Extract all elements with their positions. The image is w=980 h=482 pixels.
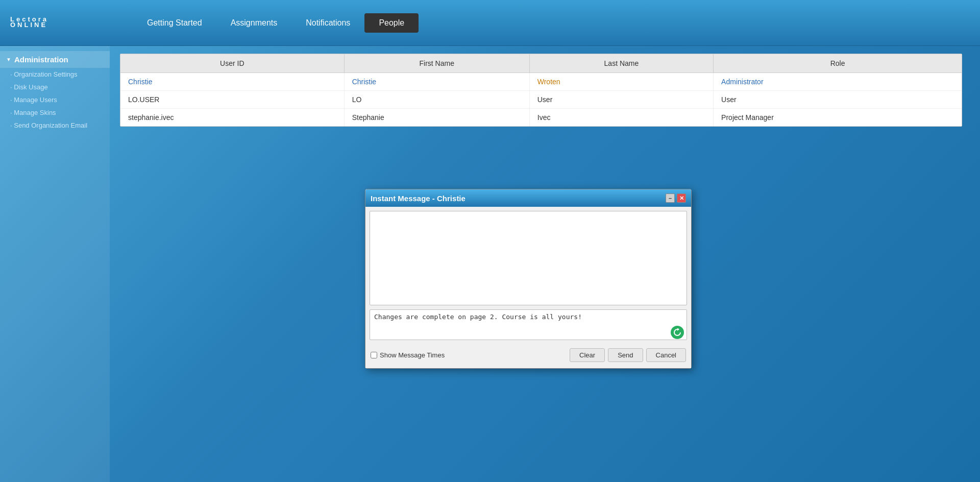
- nav-people[interactable]: People: [364, 13, 419, 33]
- sidebar-admin-header[interactable]: ▼ Administration: [0, 51, 110, 68]
- send-icon-button[interactable]: [671, 326, 684, 339]
- cancel-button[interactable]: Cancel: [646, 348, 686, 362]
- cell-last-name-0: Wroten: [529, 73, 713, 91]
- dialog-minimize-button[interactable]: –: [666, 194, 675, 203]
- col-header-first-name: First Name: [344, 54, 529, 73]
- message-input[interactable]: [370, 309, 687, 340]
- link-user-id-0[interactable]: Christie: [128, 78, 152, 86]
- col-header-role: Role: [714, 54, 962, 73]
- logo: Lectora ONLINE: [10, 17, 48, 29]
- show-times-label[interactable]: Show Message Times: [371, 351, 445, 359]
- instant-message-dialog: Instant Message - Christie – ✕: [365, 189, 692, 369]
- sidebar-arrow-icon: ▼: [6, 57, 11, 62]
- logo-area: Lectora ONLINE: [10, 17, 102, 29]
- link-last-name-0[interactable]: Wroten: [537, 78, 560, 86]
- sidebar-item-manage-users[interactable]: Manage Users: [0, 93, 110, 106]
- cell-role-2: Project Manager: [714, 109, 962, 127]
- content-area: User ID First Name Last Name Role Christ…: [110, 46, 980, 482]
- header: Lectora ONLINE Getting Started Assignmen…: [0, 0, 980, 46]
- nav-notifications[interactable]: Notifications: [291, 13, 364, 33]
- cell-first-name-2: Stephanie: [344, 109, 529, 127]
- cell-last-name-1: User: [529, 91, 713, 109]
- sidebar-item-org-settings[interactable]: Organization Settings: [0, 68, 110, 81]
- table-row: Christie Christie Wroten Administrator: [120, 73, 962, 91]
- clear-button[interactable]: Clear: [570, 348, 605, 362]
- show-times-text: Show Message Times: [380, 351, 445, 359]
- table-row: LO.USER LO User User: [120, 91, 962, 109]
- link-first-name-0[interactable]: Christie: [352, 78, 376, 86]
- users-table: User ID First Name Last Name Role Christ…: [120, 54, 962, 126]
- dialog-footer: Show Message Times Clear Send Cancel: [370, 346, 687, 364]
- users-table-container: User ID First Name Last Name Role Christ…: [120, 54, 962, 127]
- cell-role-0: Administrator: [714, 73, 962, 91]
- dialog-title: Instant Message - Christie: [371, 194, 465, 203]
- send-button[interactable]: Send: [608, 348, 643, 362]
- footer-buttons: Clear Send Cancel: [570, 348, 686, 362]
- nav-getting-started[interactable]: Getting Started: [133, 13, 216, 33]
- sidebar-item-send-org-email[interactable]: Send Organization Email: [0, 119, 110, 132]
- dialog-close-button[interactable]: ✕: [677, 194, 686, 203]
- refresh-icon: [673, 328, 681, 336]
- nav-assignments[interactable]: Assignments: [216, 13, 292, 33]
- cell-user-id-1: LO.USER: [120, 91, 344, 109]
- main-nav: Getting Started Assignments Notification…: [133, 13, 419, 33]
- col-header-user-id: User ID: [120, 54, 344, 73]
- dialog-controls: – ✕: [666, 194, 686, 203]
- table-row: stephanie.ivec Stephanie Ivec Project Ma…: [120, 109, 962, 127]
- cell-last-name-2: Ivec: [529, 109, 713, 127]
- show-times-checkbox[interactable]: [371, 352, 377, 358]
- message-input-area: [370, 309, 687, 342]
- dialog-body: Show Message Times Clear Send Cancel: [365, 207, 691, 368]
- sidebar-item-disk-usage[interactable]: Disk Usage: [0, 81, 110, 93]
- col-header-last-name: Last Name: [529, 54, 713, 73]
- cell-first-name-0: Christie: [344, 73, 529, 91]
- sidebar: ▼ Administration Organization Settings D…: [0, 46, 110, 482]
- cell-first-name-1: LO: [344, 91, 529, 109]
- link-role-0[interactable]: Administrator: [721, 78, 763, 86]
- sidebar-admin-label: Administration: [14, 55, 68, 64]
- cell-user-id-2: stephanie.ivec: [120, 109, 344, 127]
- main-layout: ▼ Administration Organization Settings D…: [0, 46, 980, 482]
- dialog-titlebar: Instant Message - Christie – ✕: [365, 189, 691, 207]
- cell-role-1: User: [714, 91, 962, 109]
- cell-user-id-0: Christie: [120, 73, 344, 91]
- message-history: [370, 211, 687, 305]
- sidebar-item-manage-skins[interactable]: Manage Skins: [0, 106, 110, 119]
- logo-sub: ONLINE: [10, 21, 48, 29]
